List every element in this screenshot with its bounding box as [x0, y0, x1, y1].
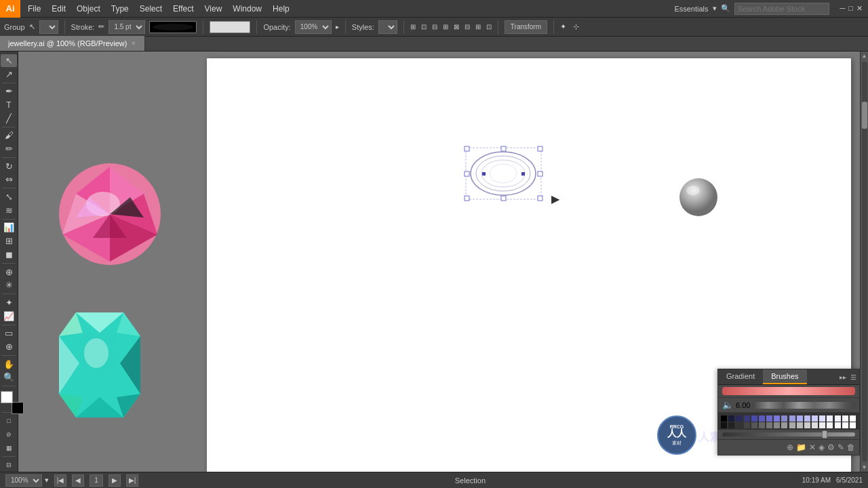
column-graph-tool[interactable]: 📈 — [1, 310, 17, 323]
color-cell[interactable] — [812, 415, 818, 422]
fill-select[interactable] — [39, 20, 58, 34]
color-cell[interactable] — [789, 422, 795, 428]
edit-pattern-btn[interactable]: ✎ — [837, 443, 844, 452]
align-icon-3[interactable]: ⊟ — [432, 23, 437, 30]
align-icon-4[interactable]: ⊞ — [443, 23, 448, 30]
nav-last-btn[interactable]: ▶| — [126, 474, 138, 487]
align-icon-5[interactable]: ⊠ — [454, 23, 459, 30]
opacity-select[interactable]: 100% — [295, 20, 332, 34]
delete-brush-btn[interactable]: ✕ — [809, 443, 816, 452]
brush-library-btn[interactable]: 📁 — [796, 443, 806, 452]
select-tool-icon[interactable]: ↖ — [29, 22, 35, 31]
color-cell[interactable] — [759, 415, 765, 422]
scale-tool[interactable]: ⤡ — [1, 190, 17, 203]
scroll-thumb[interactable] — [862, 102, 867, 129]
document-tab[interactable]: jewellery.ai @ 100% (RGB/Preview) ✕ — [0, 36, 145, 51]
change-screen-mode-btn[interactable]: ⊟ — [1, 459, 17, 472]
maximize-btn[interactable]: □ — [848, 4, 853, 13]
color-cell[interactable] — [789, 415, 795, 422]
opacity-more-icon[interactable]: ▸ — [336, 23, 339, 30]
nav-prev-btn[interactable]: ◀ — [72, 474, 84, 487]
color-cell[interactable] — [850, 422, 856, 428]
zoom-select[interactable]: 100% — [5, 474, 42, 487]
essentials-dropdown-icon[interactable]: ▾ — [713, 4, 717, 13]
color-cell[interactable] — [751, 422, 757, 428]
color-cell[interactable] — [759, 422, 765, 428]
align-icon-2[interactable]: ⊡ — [421, 23, 427, 30]
color-cell[interactable] — [766, 422, 772, 428]
styles-select[interactable] — [378, 20, 397, 34]
align-icon-1[interactable]: ⊞ — [410, 23, 416, 30]
eyedropper-tool[interactable]: ⊕ — [1, 266, 17, 279]
color-cell[interactable] — [835, 422, 841, 428]
pencil-tool[interactable]: ✏ — [1, 142, 17, 155]
color-cell[interactable] — [781, 415, 787, 422]
minimize-btn[interactable]: ─ — [840, 4, 846, 13]
slice-tool[interactable]: ⊕ — [1, 340, 17, 353]
color-cell[interactable] — [827, 422, 833, 428]
line-tool[interactable]: ╱ — [1, 112, 17, 125]
graph-tool[interactable]: 📊 — [1, 222, 17, 235]
color-cell[interactable] — [842, 422, 848, 428]
color-cell[interactable] — [797, 422, 803, 428]
gradient-tool[interactable]: ◼ — [1, 248, 17, 261]
color-cell[interactable] — [744, 415, 750, 422]
transform-icon-2[interactable]: ⊹ — [573, 22, 579, 31]
color-cell[interactable] — [721, 422, 727, 428]
trash-btn[interactable]: 🗑 — [847, 443, 855, 452]
search-input[interactable] — [734, 3, 829, 15]
menu-file[interactable]: File — [23, 3, 45, 15]
zoom-dropdown-icon[interactable]: ▾ — [45, 476, 49, 485]
oval-selected-object[interactable] — [465, 146, 542, 201]
direct-select-tool[interactable]: ↗ — [1, 68, 17, 81]
paintbrush-tool[interactable]: 🖌 — [1, 129, 17, 142]
foreground-color[interactable] — [1, 391, 13, 403]
rotate-tool[interactable]: ↻ — [1, 160, 17, 173]
transform-icon-1[interactable]: ✦ — [560, 22, 566, 31]
color-selector[interactable] — [1, 391, 17, 410]
menu-window[interactable]: Window — [228, 3, 267, 15]
slider-thumb[interactable] — [822, 430, 827, 439]
slider-track[interactable] — [722, 432, 855, 436]
color-cell[interactable] — [842, 415, 848, 422]
panel-menu-btn[interactable]: ☰ — [850, 373, 856, 381]
pen-tool[interactable]: ✒ — [1, 85, 17, 98]
menu-edit[interactable]: Edit — [47, 3, 71, 15]
warp-tool[interactable]: ≋ — [1, 204, 17, 217]
color-cell[interactable] — [751, 415, 757, 422]
scroll-track[interactable] — [862, 62, 867, 462]
menu-object[interactable]: Object — [72, 3, 105, 15]
brush-options-btn[interactable]: ⚙ — [827, 443, 835, 452]
background-color[interactable] — [12, 402, 24, 414]
color-cell[interactable] — [804, 415, 810, 422]
close-btn[interactable]: ✕ — [856, 4, 863, 13]
nav-first-btn[interactable]: |◀ — [54, 474, 66, 487]
zoom-tool[interactable]: 🔍 — [1, 371, 17, 384]
gradient-tab[interactable]: Gradient — [718, 369, 763, 384]
move-to-swatches-btn[interactable]: ◈ — [818, 443, 825, 452]
align-icon-8[interactable]: ⊡ — [486, 23, 492, 30]
fill-mode-btn[interactable]: □ — [1, 415, 17, 428]
mesh-tool[interactable]: ⊞ — [1, 235, 17, 247]
color-cell[interactable] — [774, 422, 780, 428]
color-cell[interactable] — [736, 415, 742, 422]
hand-tool[interactable]: ✋ — [1, 358, 17, 371]
transform-button[interactable]: Transform — [505, 20, 547, 34]
color-cell[interactable] — [728, 422, 734, 428]
align-icon-7[interactable]: ⊞ — [475, 23, 481, 30]
canvas-area[interactable]: 人人素材 RRCG RRCG 人人素材 RRCG 人人素材 RRCG 人人素材 — [18, 52, 860, 472]
new-brush-btn[interactable]: ⊕ — [787, 443, 793, 452]
color-cell[interactable] — [819, 415, 825, 422]
color-cell[interactable] — [812, 422, 818, 428]
scroll-down-arrow[interactable]: ▼ — [861, 463, 868, 472]
color-cell[interactable] — [797, 415, 803, 422]
color-cell[interactable] — [819, 422, 825, 428]
align-icon-6[interactable]: ⊟ — [465, 23, 470, 30]
color-cell[interactable] — [744, 422, 750, 428]
color-cell[interactable] — [835, 415, 841, 422]
menu-type[interactable]: Type — [106, 3, 134, 15]
color-cell[interactable] — [736, 422, 742, 428]
menu-view[interactable]: View — [200, 3, 227, 15]
symbol-tool[interactable]: ✦ — [1, 296, 17, 309]
stroke-mode-btn[interactable]: ⊘ — [1, 428, 17, 441]
